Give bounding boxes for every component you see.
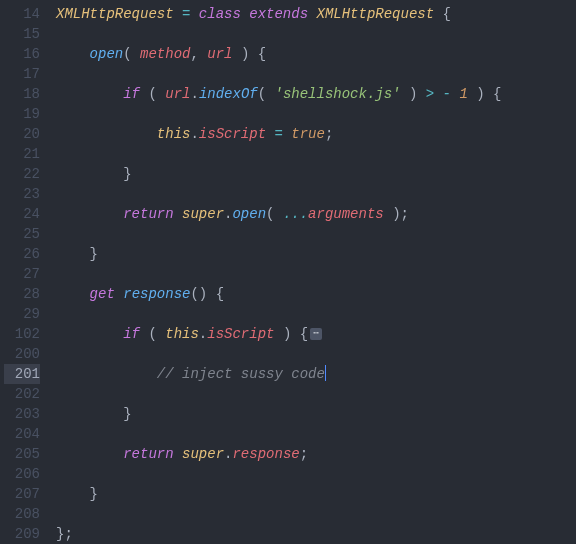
line-number: 202: [4, 384, 40, 404]
line-number: 205: [4, 444, 40, 464]
code-line: [56, 24, 576, 44]
code-line: [56, 264, 576, 284]
code-line: if ( url.indexOf( 'shellshock.js' ) > - …: [56, 84, 576, 104]
line-number: 26: [4, 244, 40, 264]
line-number: 204: [4, 424, 40, 444]
line-number: 203: [4, 404, 40, 424]
text-cursor: [325, 365, 326, 381]
code-line: if ( this.isScript ) {⋯: [56, 324, 576, 344]
line-number: 24: [4, 204, 40, 224]
code-line: [56, 224, 576, 244]
line-number: 102: [4, 324, 40, 344]
code-line: }: [56, 404, 576, 424]
line-number: 18: [4, 84, 40, 104]
code-line: [56, 184, 576, 204]
line-number: 29: [4, 304, 40, 324]
code-line: };: [56, 524, 576, 544]
code-line: }: [56, 484, 576, 504]
line-number: 17: [4, 64, 40, 84]
code-line: [56, 504, 576, 524]
code-line: [56, 384, 576, 404]
line-number: 206: [4, 464, 40, 484]
line-number: 25: [4, 224, 40, 244]
line-number: 20: [4, 124, 40, 144]
code-line: return super.response;: [56, 444, 576, 464]
code-line: [56, 144, 576, 164]
code-line: open( method, url ) {: [56, 44, 576, 64]
code-line: XMLHttpRequest = class extends XMLHttpRe…: [56, 4, 576, 24]
code-area[interactable]: XMLHttpRequest = class extends XMLHttpRe…: [48, 0, 576, 544]
code-line: return super.open( ...arguments );: [56, 204, 576, 224]
line-number: 21: [4, 144, 40, 164]
code-line: [56, 344, 576, 364]
line-number: 27: [4, 264, 40, 284]
code-line: [56, 64, 576, 84]
code-line: get response() {: [56, 284, 576, 304]
line-number-gutter: 1415161718192021222324252627282910220020…: [0, 0, 48, 544]
code-line: }: [56, 164, 576, 184]
code-line: [56, 464, 576, 484]
line-number: 208: [4, 504, 40, 524]
line-number: 201: [4, 364, 40, 384]
line-number: 15: [4, 24, 40, 44]
code-line: [56, 424, 576, 444]
line-number: 14: [4, 4, 40, 24]
line-number: 16: [4, 44, 40, 64]
line-number: 207: [4, 484, 40, 504]
line-number: 209: [4, 524, 40, 544]
line-number: 19: [4, 104, 40, 124]
code-line: [56, 104, 576, 124]
line-number: 22: [4, 164, 40, 184]
code-line: }: [56, 244, 576, 264]
code-line: this.isScript = true;: [56, 124, 576, 144]
line-number: 23: [4, 184, 40, 204]
line-number: 200: [4, 344, 40, 364]
line-number: 28: [4, 284, 40, 304]
code-line: [56, 304, 576, 324]
fold-icon[interactable]: ⋯: [310, 328, 322, 340]
code-line: // inject sussy code: [56, 364, 576, 384]
code-editor[interactable]: 1415161718192021222324252627282910220020…: [0, 0, 576, 544]
